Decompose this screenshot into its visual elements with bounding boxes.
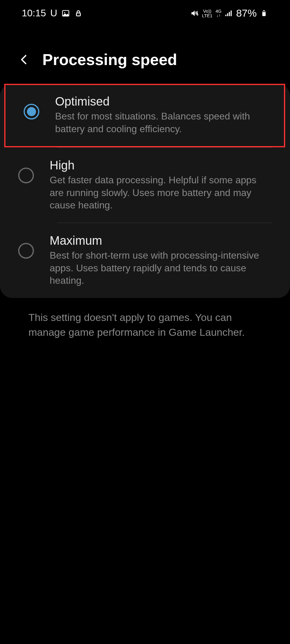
highlight-annotation: Optimised Best for most situations. Bala… [4, 84, 285, 147]
option-title: High [50, 159, 272, 172]
option-text: Maximum Best for short-term use with pro… [50, 234, 272, 287]
signal-icon [225, 9, 233, 18]
option-text: High Get faster data processing. Helpful… [50, 159, 272, 212]
picture-icon [61, 9, 70, 18]
svg-rect-9 [229, 12, 230, 16]
option-desc: Get faster data processing. Helpful if s… [50, 174, 272, 212]
svg-rect-7 [225, 15, 226, 16]
option-text: Optimised Best for most situations. Bala… [55, 95, 266, 135]
option-desc: Best for short-term use with processing-… [50, 249, 272, 287]
battery-icon [260, 9, 268, 18]
option-title: Optimised [55, 95, 266, 108]
option-optimised[interactable]: Optimised Best for most situations. Bala… [5, 85, 284, 146]
status-left: 10:15 U [22, 8, 83, 19]
back-icon[interactable] [18, 54, 30, 66]
option-desc: Best for most situations. Balances speed… [55, 110, 266, 135]
radio-high[interactable] [18, 168, 34, 183]
svg-rect-10 [231, 10, 232, 16]
page-title: Processing speed [42, 51, 177, 69]
option-title: Maximum [50, 234, 272, 247]
svg-rect-8 [227, 13, 228, 16]
network-volte-icon: Vo)) LTE1 [202, 9, 213, 18]
radio-optimised[interactable] [24, 104, 39, 119]
status-bar: 10:15 U Vo)) LTE1 4G ↓↑ 87% [0, 0, 290, 26]
option-maximum[interactable]: Maximum Best for short-term use with pro… [0, 223, 290, 298]
option-high[interactable]: High Get faster data processing. Helpful… [0, 148, 290, 223]
svg-rect-2 [77, 13, 81, 16]
svg-rect-13 [262, 11, 265, 12]
radio-maximum[interactable] [18, 243, 34, 259]
lock-icon [74, 9, 83, 18]
svg-point-1 [64, 12, 65, 13]
network-4g-icon: 4G ↓↑ [216, 9, 222, 18]
svg-line-3 [196, 11, 198, 15]
radio-inner-icon [27, 107, 36, 116]
mute-icon [190, 9, 199, 18]
status-u-icon: U [50, 8, 57, 19]
battery-percent: 87% [236, 7, 257, 19]
footer-note: This setting doesn't apply to games. You… [0, 298, 290, 340]
status-time: 10:15 [22, 8, 46, 19]
status-right: Vo)) LTE1 4G ↓↑ 87% [190, 7, 268, 19]
svg-rect-12 [263, 10, 265, 11]
options-card: Optimised Best for most situations. Bala… [0, 84, 290, 298]
header: Processing speed [0, 26, 290, 81]
